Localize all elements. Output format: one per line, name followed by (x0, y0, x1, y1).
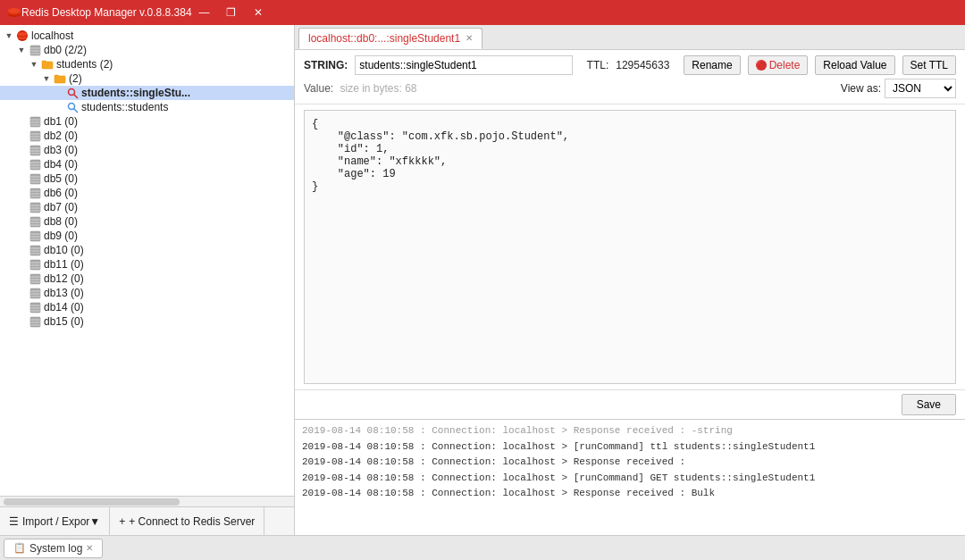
value-editor: { "@class": "com.xfk.sb.pojo.Student", "… (304, 110, 956, 384)
tree-item-db0[interactable]: ▼db0 (2/2) (0, 43, 294, 57)
tree-label-db6: db6 (0) (44, 187, 78, 199)
tree-icon-db (29, 215, 41, 228)
tree-icon-folder (41, 58, 54, 71)
tree-icon-server (16, 29, 29, 42)
svg-point-2 (8, 8, 21, 13)
import-export-button[interactable]: ☰ Import / Expor▼ (0, 507, 110, 535)
log-line: 2019-08-14 08:10:58 : Connection: localh… (302, 439, 958, 456)
tree-label-db7: db7 (0) (44, 201, 78, 213)
tree-label-db0: db0 (2/2) (44, 44, 87, 56)
svg-line-12 (73, 94, 78, 98)
tree-item-db14[interactable]: db14 (0) (0, 300, 294, 314)
delete-icon: 🚫 (756, 60, 767, 71)
svg-point-6 (18, 32, 27, 36)
main-area: ▼localhost▼db0 (2/2)▼students (2)▼(2)stu… (0, 25, 965, 535)
tree-label-students_sub: (2) (69, 72, 82, 85)
tree-item-singleStudent[interactable]: students::singleStu... (0, 86, 294, 100)
svg-rect-47 (30, 231, 40, 241)
log-line: 2019-08-14 08:10:58 : Connection: localh… (302, 423, 958, 439)
tree-area[interactable]: ▼localhost▼db0 (2/2)▼students (2)▼(2)stu… (0, 25, 294, 496)
tree-icon-db (29, 187, 41, 199)
delete-button[interactable]: 🚫 Delete (748, 55, 809, 75)
key-area: STRING: TTL: 129545633 Rename 🚫 Delete R… (295, 50, 965, 104)
tree-item-db2[interactable]: db2 (0) (0, 129, 294, 143)
svg-rect-19 (30, 131, 40, 141)
maximize-button[interactable]: ❐ (219, 4, 244, 21)
tree-item-db3[interactable]: db3 (0) (0, 143, 294, 157)
tree-item-db15[interactable]: db15 (0) (0, 314, 294, 329)
tree-item-db13[interactable]: db13 (0) (0, 286, 294, 300)
system-log-label: System log (29, 542, 82, 555)
tree-item-db8[interactable]: db8 (0) (0, 214, 294, 229)
svg-point-13 (68, 103, 74, 109)
tree-arrow-students_folder[interactable]: ▼ (29, 59, 39, 70)
tree-item-db1[interactable]: db1 (0) (0, 114, 294, 129)
log-area: 2019-08-14 08:10:58 : Connection: localh… (295, 419, 965, 535)
tree-item-db7[interactable]: db7 (0) (0, 200, 294, 214)
tree-icon-db (29, 172, 41, 185)
value-size-hint: size in bytes: 68 (340, 82, 416, 95)
tree-icon-folder (54, 72, 66, 85)
svg-rect-59 (30, 274, 40, 284)
tree-item-students_folder[interactable]: ▼students (2) (0, 57, 294, 71)
tree-icon-key (66, 87, 79, 99)
key-input[interactable] (355, 55, 572, 75)
tree-item-students_sub[interactable]: ▼(2) (0, 71, 294, 86)
tree-icon-db (29, 130, 41, 142)
log-line: 2019-08-14 08:10:58 : Connection: localh… (302, 455, 958, 471)
tree-label-db5: db5 (0) (44, 172, 78, 185)
svg-rect-51 (30, 246, 40, 255)
right-panel: localhost::db0:...:singleStudent1 ✕ STRI… (295, 25, 965, 535)
rename-button[interactable]: Rename (684, 55, 740, 75)
tree-icon-db (29, 272, 41, 285)
system-log-tab[interactable]: 📋 System log ✕ (4, 539, 103, 558)
title-bar: Redis Desktop Manager v.0.8.8.384 — ❐ ✕ (0, 0, 965, 25)
tree-label-db8: db8 (0) (44, 215, 78, 228)
tree-item-localhost[interactable]: ▼localhost (0, 29, 294, 43)
tree-item-db11[interactable]: db11 (0) (0, 257, 294, 272)
tree-arrow-students_sub[interactable]: ▼ (41, 73, 52, 84)
connect-redis-button[interactable]: + + Connect to Redis Server (110, 507, 264, 535)
svg-rect-67 (30, 303, 40, 313)
log-line: 2019-08-14 08:10:58 : Connection: localh… (302, 486, 958, 502)
view-as-row: View as: JSON Plain text HEX (841, 79, 956, 98)
tree-label-singleStudent: students::singleStu... (81, 87, 190, 99)
reload-value-button[interactable]: Reload Value (815, 55, 894, 75)
tree-icon-doc (66, 101, 79, 113)
ttl-label: TTL: (587, 59, 609, 71)
system-log-close-icon[interactable]: ✕ (86, 543, 93, 553)
horizontal-scrollbar[interactable] (0, 496, 294, 506)
tree-icon-db (29, 244, 41, 256)
key-type-label: STRING: (304, 59, 348, 71)
view-as-select[interactable]: JSON Plain text HEX (885, 79, 956, 98)
tree-item-db12[interactable]: db12 (0) (0, 272, 294, 286)
svg-line-14 (73, 108, 78, 113)
minimize-button[interactable]: — (192, 4, 217, 21)
set-ttl-button[interactable]: Set TTL (902, 55, 956, 75)
tree-item-db4[interactable]: db4 (0) (0, 157, 294, 171)
tree-icon-db (29, 258, 41, 271)
tree-icon-db (29, 301, 41, 313)
tab-close-icon[interactable]: ✕ (466, 34, 473, 43)
tree-item-db10[interactable]: db10 (0) (0, 243, 294, 257)
key-tab-singleStudent[interactable]: localhost::db0:...:singleStudent1 ✕ (298, 28, 482, 49)
tab-bar: localhost::db0:...:singleStudent1 ✕ (295, 25, 965, 50)
save-button[interactable]: Save (902, 394, 956, 415)
tree-icon-db (29, 201, 41, 213)
log-content[interactable]: 2019-08-14 08:10:58 : Connection: localh… (295, 420, 965, 535)
tree-label-db14: db14 (0) (44, 301, 84, 313)
tree-icon-db (29, 315, 41, 328)
tree-arrow-db0[interactable]: ▼ (16, 45, 27, 55)
tree-item-db5[interactable]: db5 (0) (0, 171, 294, 186)
tree-arrow-localhost[interactable]: ▼ (4, 30, 14, 41)
tree-item-db9[interactable]: db9 (0) (0, 229, 294, 243)
svg-rect-7 (30, 46, 40, 55)
tree-item-students_key[interactable]: students::students (0, 100, 294, 114)
json-editor[interactable]: { "@class": "com.xfk.sb.pojo.Student", "… (305, 111, 955, 383)
tree-item-db6[interactable]: db6 (0) (0, 186, 294, 200)
key-row: STRING: TTL: 129545633 Rename 🚫 Delete R… (304, 55, 956, 75)
close-button[interactable]: ✕ (246, 4, 271, 21)
import-export-icon: ☰ (9, 515, 19, 528)
tree-label-db10: db10 (0) (44, 244, 84, 256)
connect-icon: + (119, 515, 125, 528)
